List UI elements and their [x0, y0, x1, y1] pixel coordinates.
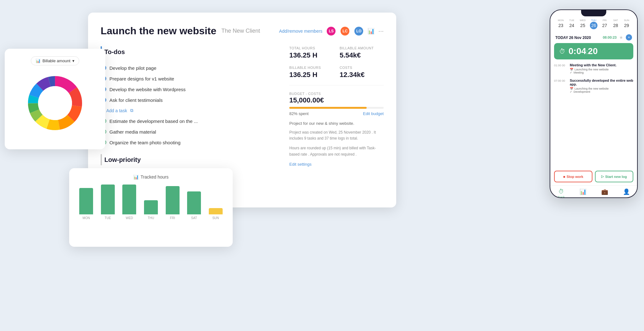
bar-chart-card: 📊 Tracked hours MON TUE WED THU FRI SAT [69, 168, 233, 247]
stop-icon: ■ [563, 175, 565, 179]
bar-thu [144, 200, 158, 214]
cal-day-fri: FRI 27 [599, 19, 610, 29]
chart-icon[interactable]: 📊 [368, 28, 375, 35]
calendar-icon: 📅 [570, 87, 573, 90]
todo-item: ✓ Estimate the development based on the … [101, 116, 277, 126]
stats-section: TOTAL HOURS 136.25 H BILLABLE AMOUNT 5.5… [289, 46, 384, 192]
todo-text: Gather media material [109, 129, 156, 135]
bar-fri [166, 186, 180, 214]
phone-date-text: TODAY 26 Nov 2020 [555, 36, 591, 40]
start-new-log-label: Start new log [605, 175, 627, 179]
track-icon: ⏱ [558, 188, 564, 195]
todo-text: Ask for client testimonials [109, 97, 163, 103]
phone-calendar: MON 23 TUE 24 WED 25 THU 26 FRI 27 SAT 2… [550, 16, 637, 32]
cal-day-sun: SUN 29 [621, 19, 632, 29]
phone-actions: ■ Stop work ▷ Start new log [550, 168, 637, 185]
nav-item-profile[interactable]: 👤 [623, 188, 630, 198]
avatar-lc[interactable]: LC [340, 26, 350, 36]
phone-content: MON 23 TUE 24 WED 25 THU 26 FRI 27 SAT 2… [550, 16, 637, 198]
bar-sun [209, 208, 223, 214]
avatar-lo[interactable]: LO [354, 26, 364, 36]
add-remove-members-link[interactable]: Add/remove members [279, 29, 323, 34]
todo-item: ✓ Organize the team photo shooting [101, 137, 277, 148]
bar-group-wed: WED [120, 185, 139, 220]
calendar-icon: 📅 [570, 68, 573, 71]
phone-events: 01:00 00 Meeting with the New Client. 📅 … [550, 61, 637, 168]
todo-text: Develop the website with Wordpress [109, 87, 186, 92]
billable-hours-value: 136.25 H [289, 71, 333, 79]
phone-bottom-nav: ⏱ Track 📊 💼 👤 [550, 185, 637, 198]
header-actions: Add/remove members LS LC LO 📊 ··· [279, 26, 384, 36]
event-title-2: Successfully developed the entire web ap… [570, 79, 633, 86]
event-content-2: Successfully developed the entire web ap… [570, 79, 633, 93]
bar-group-mon: MON [77, 185, 96, 220]
progress-text: 82% spent [289, 111, 308, 116]
budget-label: BUDGET - COSTS [289, 92, 321, 96]
todo-text: Estimate the development based on the ..… [109, 119, 198, 124]
avatar-ls[interactable]: LS [326, 26, 336, 36]
star-icon[interactable]: ★ [619, 35, 623, 40]
svg-point-13 [38, 86, 72, 120]
charts-icon: 📊 [580, 188, 586, 195]
more-options-button[interactable]: ··· [378, 27, 384, 35]
costs-stat: COSTS 12.34k€ [340, 66, 384, 79]
todos-section-header: To-dos [101, 46, 277, 58]
billable-dropdown-button[interactable]: 📊 Billable amount ▾ [31, 56, 79, 65]
timer-icon: ⏱ [559, 48, 565, 55]
plus-icon[interactable]: + [626, 34, 632, 41]
copy-icon: ⧉ [130, 108, 133, 113]
profile-icon: 👤 [623, 188, 630, 195]
bar-label-sat: SAT [191, 216, 197, 220]
billable-hours-label: BILLABLE HOURS [289, 66, 333, 69]
play-icon: ▷ [601, 174, 604, 179]
bar-card-header: 📊 Tracked hours [77, 174, 225, 179]
billing-info: Hours are rounded up (15 min) and billed… [289, 145, 384, 157]
low-priority-header: Low-priority [101, 154, 277, 165]
todos-title: To-dos [104, 48, 125, 56]
event-tag-type-2: ✓ Development [570, 90, 633, 93]
project-title: Launch the new website [101, 25, 216, 37]
edit-budget-button[interactable]: Edit budget [363, 111, 384, 116]
todo-text: Develop the pilot page [109, 65, 156, 71]
bar-label-thu: THU [148, 216, 154, 220]
billable-amount-value: 5.54k€ [340, 51, 384, 59]
donut-chart-card: 📊 Billable amount ▾ [5, 49, 105, 149]
bar-label-tue: TUE [105, 216, 111, 220]
total-hours-label: TOTAL HOURS [289, 46, 333, 50]
card-header: Launch the new website The New Client Ad… [101, 25, 384, 37]
bar-tue [101, 185, 115, 214]
cal-day-tue: TUE 24 [566, 19, 577, 29]
cal-day-wed: WED 25 [577, 19, 588, 29]
costs-value: 12.34k€ [340, 71, 384, 79]
event-tag-type-1: ✓ Meeting [570, 71, 633, 74]
todo-item: ✓ Develop the website with Wordpress [101, 84, 277, 95]
donut-svg [24, 72, 86, 135]
stop-work-button[interactable]: ■ Stop work [554, 171, 592, 182]
bar-label-sun: SUN [212, 216, 219, 220]
work-icon: 💼 [601, 188, 608, 195]
timer-sec-val: 20 [588, 46, 598, 56]
start-new-log-button[interactable]: ▷ Start new log [595, 171, 633, 182]
todo-text: Prepare designs for v1 website [109, 76, 174, 81]
billable-amount-label: BILLABLE AMOUNT [340, 46, 384, 50]
edit-settings-button[interactable]: Edit settings [289, 162, 312, 167]
chart-bar-icon: 📊 [36, 58, 41, 63]
bar-sat [187, 191, 201, 214]
nav-item-track[interactable]: ⏱ Track [558, 188, 564, 198]
client-name: The New Client [221, 28, 260, 34]
cal-day-thu[interactable]: THU 26 [588, 19, 599, 29]
bar-mon [79, 188, 93, 214]
budget-section: BUDGET - COSTS 15,000.00€ 82% spent Edit… [289, 85, 384, 116]
timer-display: 0:04:20 [569, 46, 598, 56]
stats-grid: TOTAL HOURS 136.25 H BILLABLE AMOUNT 5.5… [289, 46, 384, 79]
tracked-hours-title: Tracked hours [141, 174, 169, 179]
nav-label-track: Track [558, 196, 564, 198]
costs-label: COSTS [340, 66, 384, 69]
project-description: Project for our new & shiny website. [289, 121, 384, 126]
nav-item-charts[interactable]: 📊 [580, 188, 586, 198]
project-meta: Project was created on Wed, 25 November … [289, 130, 384, 141]
todo-item: ✓ Ask for client testimonials [101, 95, 277, 105]
nav-item-work[interactable]: 💼 [601, 188, 608, 198]
bar-group-sat: SAT [185, 185, 204, 220]
add-task-button[interactable]: ⊕ Add a task ⧉ [101, 105, 133, 116]
